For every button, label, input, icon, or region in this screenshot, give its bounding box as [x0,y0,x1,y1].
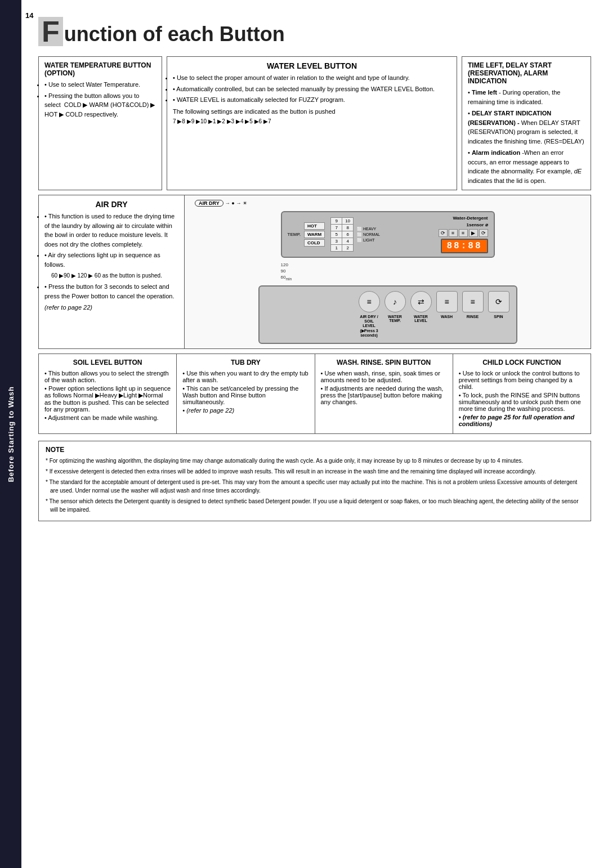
td-item-1: Use this when you want to dry the empty … [182,370,309,383]
spin-btn[interactable]: ⟳ [488,291,509,312]
note-title: NOTE [46,446,584,454]
water-level-box: WATER LEVEL BUTTON Use to select the pro… [167,56,457,190]
tub-dry-list: Use this when you want to dry the empty … [182,370,309,414]
water-temp-title: WATER TEMPERATURE BUTTON (OPTION) [44,61,156,77]
level-labels: ⬜ HEAVY ⬜ NORMAL ⬜ LIGHT [357,227,380,243]
ad-item-3: Press the button for 3 seconds to select… [44,282,178,301]
top-section: WATER TEMPERATURE BUTTON (OPTION) Use to… [38,56,591,190]
title-rest: unction of each Button [64,23,285,46]
water-temp-item-1: Use to select Water Temperature. [44,80,156,90]
child-lock-title: CHILD LOCK FUNCTION [459,359,585,366]
sidebar: Before Starting to Wash [0,0,21,868]
soil-level-list: This button allows you to select the str… [44,370,171,421]
rinse-btn[interactable]: ≡ [462,291,484,312]
tl-item-3: • Alarm indication -When an error occurs… [468,148,585,185]
note-item-4: * The sensor which detects the Detergent… [46,497,584,514]
wash-btn[interactable]: ≡ [436,291,458,312]
page-number: 14 [25,11,33,20]
btn-label-rinse: RINSE [462,315,484,338]
ad-sequence: 60 ▶90 ▶ 120 ▶ 60 as the button is pushe… [51,271,178,280]
td-item-2: This can be set/canceled by pressing the… [182,385,309,405]
water-temp-box: WATER TEMPERATURE BUTTON (OPTION) Use to… [38,56,162,190]
soil-level-title: SOIL LEVEL BUTTON [44,359,171,366]
washer-bottom-panel: ≡ ♪ ⇄ ≡ [258,285,517,344]
water-temp-item-2: Pressing the button allows you to select… [44,91,156,119]
sl-item-2: Power option selections light up in sequ… [44,385,171,413]
button-labels: AIR DRY / SOIL LEVEL(▶Press 3 seconds) W… [266,315,509,338]
air-dry-title: AIR DRY [44,200,178,209]
btn-label-spin: SPIN [488,315,509,338]
airdry-annotation: AIR DRY → ● → ☀ [195,200,247,207]
wrs-item-2: If adjustments are needed during the was… [321,385,447,405]
title-letter: F [38,17,63,46]
note-item-3: * The standard for the acceptable amount… [46,478,584,495]
wl-item-3: WATER LEVEL is automatically selected fo… [173,95,451,105]
td-item-3: (refer to page 22) [182,407,309,414]
water-level-content: Use to select the proper amount of water… [173,73,451,126]
wl-note: The following settings are indicated as … [173,107,451,117]
tl-item-1: • Time left - During operation, the rema… [468,88,585,106]
sidebar-label: Before Starting to Wash [7,386,15,482]
note-item-1: * For optimizing the washing algorithm, … [46,457,584,465]
water-temp-content: Use to select Water Temperature. Pressin… [44,80,156,119]
level-grid: 9 10 7 8 5 6 3 4 1 2 [330,217,354,252]
wash-rinse-spin-title: WASH. RINSE. SPIN BUTTON [321,359,447,366]
cl-item-3: (refer to page 25 for full operation and… [459,414,585,427]
btn-label-airdry: AIR DRY / SOIL LEVEL(▶Press 3 seconds) [359,315,380,338]
soil-level-col: SOIL LEVEL BUTTON This button allows you… [39,354,177,433]
panel-top-row: TEMP. HOT WARM COLD 9 10 7 [288,216,488,253]
time-left-box: TIME LEFT, DELAY START (RESERVATION), AL… [462,56,591,190]
air-dry-box: AIR DRY This function is used to reduce … [38,195,185,349]
water-temp-btn[interactable]: ♪ [385,291,406,312]
wash-rinse-spin-list: Use when wash, rinse, spin, soak times o… [321,370,447,405]
middle-section: AIR DRY This function is used to reduce … [38,195,591,349]
diagram-area: AIR DRY → ● → ☀ TEMP. HO [185,195,591,349]
note-section: NOTE * For optimizing the washing algori… [38,441,591,521]
ad-item-2: Air dry selections light up in sequence … [44,250,178,269]
ad-item-1: This function is used to reduce the dryi… [44,212,178,249]
temp-hot: HOT [304,222,325,230]
sl-item-1: This button allows you to select the str… [44,370,171,383]
wrs-item-1: Use when wash, rinse, spin, soak times o… [321,370,447,383]
temp-warm: WARM [304,231,325,238]
btn-label-watertemp: WATER TEMP. [385,315,406,338]
title-section: F unction of each Button [38,17,591,46]
water-level-title: WATER LEVEL BUTTON [173,61,451,70]
air-dry-content: This function is used to reduce the dryi… [44,212,178,312]
note-item-2: * If excessive detergent is detected the… [46,467,584,476]
btn-label-waterlevel: WATER LEVEL [410,315,432,338]
child-lock-list: Use to lock or unlock the control button… [459,370,585,427]
btn-label-wash: WASH [436,315,458,338]
cl-item-2: To lock, push the RINSE and SPIN buttons… [459,392,585,412]
cl-item-1: Use to lock or unlock the control button… [459,370,585,390]
tl-item-2: • DELAY START INDICATION (RESERVATION) -… [468,109,585,146]
main-content: F unction of each Button WATER TEMPERATU… [21,0,608,533]
tub-dry-title: TUB DRY [182,359,309,366]
wash-rinse-spin-col: WASH. RINSE. SPIN BUTTON Use when wash, … [315,354,453,433]
child-lock-col: CHILD LOCK FUNCTION Use to lock or unloc… [453,354,591,433]
temp-buttons: HOT WARM COLD [304,222,325,247]
bottom-section: SOIL LEVEL BUTTON This button allows you… [38,354,591,434]
wl-sequence: 7 ▶8 ▶9 ▶10 ▶1 ▶2 ▶3 ▶4 ▶5 ▶6 ▶7 [173,117,451,126]
washer-small-panel: TEMP. HOT WARM COLD 9 10 7 [281,211,495,258]
tub-dry-col: TUB DRY Use this when you want to dry th… [177,354,315,433]
sl-item-3: Adjustment can be made while washing. [44,414,171,421]
level-min-labels: 120 90 60min [281,262,495,281]
temp-cold: COLD [304,239,325,247]
page-container: Before Starting to Wash 14 F unction of … [0,0,608,868]
wl-item-1: Use to select the proper amount of water… [173,73,451,83]
air-dry-btn[interactable]: ≡ [359,291,380,312]
wl-item-2: Automatically controlled, but can be sel… [173,84,451,94]
sensor-display: Water-Detergent 1sensor ⌀ ⟳ ≡ ≡ ▶ ⟳ [439,216,488,253]
ad-refer: (refer to page 22) [44,303,178,312]
water-level-btn[interactable]: ⇄ [410,291,432,312]
buttons-row: ≡ ♪ ⇄ ≡ [266,291,509,312]
time-left-content: • Time left - During operation, the rema… [468,88,585,185]
time-left-title: TIME LEFT, DELAY START (RESERVATION), AL… [468,61,585,85]
temp-label: TEMP. [288,232,301,237]
